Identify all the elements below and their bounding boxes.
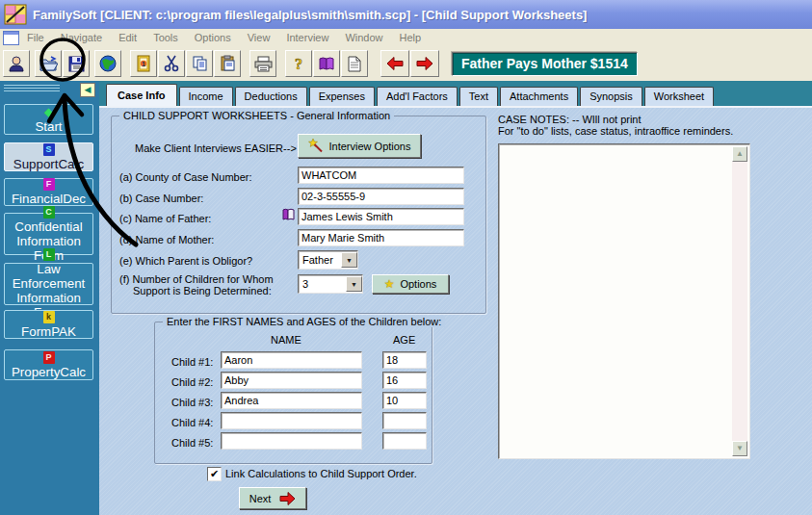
- menu-interview[interactable]: Interview: [286, 32, 328, 43]
- document-icon: [348, 56, 361, 72]
- previous-button[interactable]: [380, 50, 409, 77]
- menu-file[interactable]: File: [27, 32, 44, 43]
- document-button[interactable]: [341, 50, 368, 77]
- menu-window[interactable]: Window: [345, 32, 382, 43]
- sidebar-item-label: Start: [35, 119, 62, 134]
- scroll-up-button[interactable]: ▲: [732, 146, 747, 162]
- children-count-value: 3: [299, 278, 346, 290]
- tab-expenses[interactable]: Expenses: [309, 87, 375, 106]
- obligor-dropdown-button[interactable]: ▼: [341, 252, 357, 268]
- child-2-age-input[interactable]: [382, 372, 427, 389]
- child-3-name-input[interactable]: [221, 392, 362, 409]
- svg-text:1: 1: [142, 61, 145, 67]
- children-legend: Enter the FIRST NAMES and AGES of the Ch…: [163, 316, 445, 327]
- child-1-age-input[interactable]: [382, 351, 427, 369]
- tab-case-info[interactable]: Case Info: [106, 84, 177, 106]
- child-5-label: Child #5:: [171, 437, 213, 449]
- general-info-legend: CHILD SUPPORT WORKSHEETS - General Infor…: [119, 110, 394, 121]
- print-button[interactable]: [249, 50, 276, 77]
- mdi-child-icon[interactable]: [3, 31, 19, 45]
- next-button[interactable]: Next: [239, 487, 306, 509]
- tab-income[interactable]: Income: [179, 87, 233, 106]
- svg-text:?: ?: [295, 56, 302, 72]
- manual-button[interactable]: [313, 50, 340, 77]
- tab-addl-factors[interactable]: Add'l Factors: [377, 87, 458, 106]
- child-5-age-input[interactable]: [382, 432, 427, 450]
- tab-worksheet[interactable]: Worksheet: [644, 87, 714, 106]
- sidebar-item-propertycalc[interactable]: P PropertyCalc: [4, 349, 93, 380]
- copy-button[interactable]: [186, 50, 213, 77]
- sidebar-grip[interactable]: [4, 85, 60, 92]
- child-5-name-input[interactable]: [221, 432, 362, 450]
- help-button[interactable]: ?: [285, 50, 312, 77]
- sidebar-item-supportcalc[interactable]: S SupportCalc: [4, 142, 93, 171]
- age-column-header: AGE: [393, 334, 415, 346]
- tabstrip: Case Info Income Deductions Expenses Add…: [99, 81, 812, 106]
- case-number-input[interactable]: [298, 188, 464, 205]
- main-area: Case Info Income Deductions Expenses Add…: [99, 81, 812, 515]
- app-icon: [4, 4, 27, 25]
- menu-options[interactable]: Options: [195, 32, 231, 43]
- name-column-header: NAME: [271, 334, 301, 346]
- tab-synopsis[interactable]: Synopsis: [580, 87, 642, 106]
- case-notes-title: CASE NOTES: -- WIll not print: [498, 114, 642, 125]
- child-3-age-input[interactable]: [382, 392, 427, 409]
- tab-text[interactable]: Text: [459, 87, 498, 106]
- financialdec-icon: F: [43, 178, 55, 191]
- children-count-select[interactable]: 3 ▼: [298, 274, 363, 294]
- obligor-value: Father: [299, 254, 341, 266]
- open-file-icon: [39, 56, 58, 72]
- menu-help[interactable]: Help: [400, 32, 422, 43]
- sidebar-item-financialdec[interactable]: F FinancialDec: [4, 178, 93, 206]
- case-notes-textarea[interactable]: ▲ ▼: [498, 143, 750, 459]
- help-icon: ?: [291, 55, 306, 72]
- interview-options-button[interactable]: Interview Options: [298, 134, 421, 158]
- open-file-button[interactable]: [35, 50, 62, 77]
- sidebar-item-law-enforcement-information-form[interactable]: L Law Enforcement Information Form: [4, 263, 93, 305]
- paste-button[interactable]: [214, 50, 241, 77]
- child-4-age-input[interactable]: [382, 412, 427, 429]
- sidebar-collapse-button[interactable]: ◀: [80, 83, 95, 97]
- child-1-name-input[interactable]: [221, 351, 362, 369]
- client-button[interactable]: [3, 50, 30, 77]
- save-button[interactable]: [63, 50, 90, 77]
- propertycalc-icon: P: [43, 351, 55, 364]
- cut-icon: [164, 55, 179, 72]
- menu-view[interactable]: View: [248, 32, 271, 43]
- child-2-label: Child #2:: [171, 376, 213, 388]
- tab-attachments[interactable]: Attachments: [500, 87, 578, 106]
- calendar-button[interactable]: 1: [130, 50, 157, 77]
- scroll-down-button[interactable]: ▼: [732, 441, 747, 456]
- notes-scrollbar[interactable]: ▲ ▼: [732, 146, 747, 456]
- name-book-icon[interactable]: [281, 208, 296, 221]
- paste-icon: [220, 55, 236, 72]
- next-button-toolbar[interactable]: [410, 50, 439, 77]
- tab-deductions[interactable]: Deductions: [235, 87, 307, 106]
- obligor-label: (e) Which Parent is Obligor?: [119, 255, 252, 267]
- chevron-down-icon: ▼: [346, 257, 353, 264]
- print-icon: [254, 56, 273, 72]
- menu-navigate[interactable]: Navigate: [61, 32, 102, 43]
- child-4-name-input[interactable]: [221, 412, 362, 429]
- chevron-up-icon: ▲: [736, 149, 744, 158]
- cut-button[interactable]: [158, 50, 185, 77]
- case-number-label: (b) Case Number:: [119, 193, 203, 204]
- children-count-dropdown-button[interactable]: ▼: [346, 276, 362, 292]
- child-2-name-input[interactable]: [221, 372, 362, 389]
- menu-tools[interactable]: Tools: [153, 32, 178, 43]
- menu-edit[interactable]: Edit: [118, 32, 137, 43]
- children-count-label-line2: Support is Being Determined:: [133, 285, 272, 296]
- internet-button[interactable]: [94, 50, 121, 77]
- next-arrow-icon: [416, 57, 433, 70]
- link-calculations-checkbox[interactable]: ✔: [207, 467, 222, 481]
- sidebar-item-label: SupportCalc: [13, 157, 84, 171]
- mother-name-input[interactable]: [298, 229, 464, 246]
- formpak-icon: k: [43, 311, 55, 323]
- father-name-input[interactable]: [298, 208, 464, 225]
- sidebar-item-start[interactable]: ◆ Start: [4, 104, 93, 135]
- county-input[interactable]: [298, 167, 464, 184]
- children-options-button[interactable]: ★ Options: [372, 274, 449, 294]
- globe-icon: [99, 55, 117, 72]
- sidebar-item-formpak[interactable]: k FormPAK: [4, 310, 93, 339]
- obligor-select[interactable]: Father ▼: [298, 250, 358, 270]
